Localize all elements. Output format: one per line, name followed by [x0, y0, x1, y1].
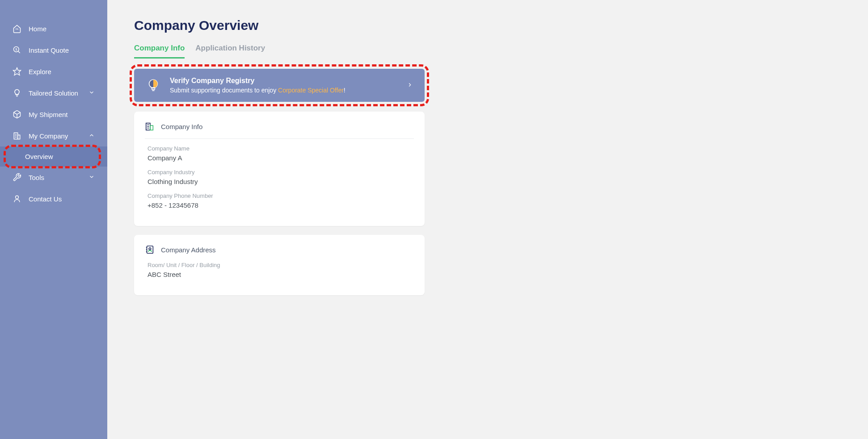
- chevron-down-icon: [88, 174, 95, 181]
- field-value: Clothing Industry: [147, 178, 414, 185]
- lightbulb-icon: [13, 88, 21, 97]
- svg-marker-4: [13, 68, 21, 75]
- star-icon: [13, 67, 21, 76]
- svg-text:FA: FA: [16, 28, 19, 30]
- chevron-down-icon: [88, 89, 95, 97]
- banner-subtitle: Submit supporting documents to enjoy Cor…: [170, 87, 407, 94]
- address-book-icon: [145, 245, 155, 255]
- sidebar-item-label: Tools: [29, 174, 88, 181]
- field-value: +852 - 12345678: [147, 201, 414, 209]
- card-title: Company Info: [161, 123, 202, 130]
- sidebar-item-contact-us[interactable]: Contact Us: [0, 188, 107, 209]
- svg-rect-13: [152, 88, 155, 89]
- page-title: Company Overview: [134, 18, 841, 33]
- sidebar-subitem-overview[interactable]: Overview: [0, 146, 107, 167]
- field-company-phone: Company Phone Number +852 - 12345678: [145, 192, 414, 209]
- card-header: Company Info: [145, 118, 414, 139]
- field-label: Company Industry: [147, 169, 414, 176]
- sidebar-item-label: My Company: [29, 132, 88, 140]
- tabs: Company Info Application History: [134, 41, 841, 59]
- svg-line-2: [18, 51, 20, 53]
- home-icon: FA: [13, 24, 21, 33]
- field-label: Company Name: [147, 145, 414, 152]
- verify-banner[interactable]: Verify Company Registry Submit supportin…: [134, 69, 425, 102]
- banner-subtitle-suffix: !: [344, 87, 346, 94]
- svg-point-21: [149, 248, 151, 250]
- headset-icon: [13, 194, 21, 203]
- chevron-right-icon: [407, 81, 413, 90]
- sidebar-item-tailored-solution[interactable]: Tailored Solution: [0, 82, 107, 104]
- field-value: Company A: [147, 154, 414, 162]
- main-content: Company Overview Company Info Applicatio…: [107, 0, 868, 439]
- company-info-card: Company Info Company Name Company A Comp…: [134, 112, 425, 226]
- box-icon: [13, 110, 21, 119]
- dollar-search-icon: $: [13, 46, 21, 54]
- field-value: ABC Street: [147, 271, 414, 278]
- sidebar-item-my-shipment[interactable]: My Shipment: [0, 104, 107, 125]
- lightbulb-icon: [146, 78, 161, 93]
- sidebar-item-label: Home: [29, 25, 95, 33]
- card-header: Company Address: [145, 241, 414, 262]
- tools-icon: [13, 173, 21, 182]
- sidebar-subitem-label: Overview: [25, 153, 53, 160]
- field-company-industry: Company Industry Clothing Industry: [145, 169, 414, 185]
- svg-text:$: $: [15, 47, 17, 51]
- chevron-up-icon: [88, 132, 95, 140]
- building-icon: [13, 131, 21, 140]
- sidebar: FA Home $ Instant Quote Explore Tai: [0, 0, 107, 439]
- svg-rect-7: [18, 135, 20, 139]
- field-label: Room/ Unit / Floor / Building: [147, 262, 414, 268]
- sidebar-item-home[interactable]: FA Home: [0, 18, 107, 39]
- sidebar-item-instant-quote[interactable]: $ Instant Quote: [0, 39, 107, 61]
- banner-title: Verify Company Registry: [170, 77, 407, 85]
- banner-offer-link[interactable]: Corporate Special Offer: [278, 87, 344, 94]
- svg-point-11: [16, 196, 19, 199]
- sidebar-item-label: Instant Quote: [29, 46, 95, 54]
- building-icon: [145, 121, 155, 131]
- sidebar-item-label: Contact Us: [29, 195, 95, 203]
- sidebar-item-label: My Shipment: [29, 111, 95, 118]
- sidebar-item-explore[interactable]: Explore: [0, 61, 107, 82]
- banner-subtitle-prefix: Submit supporting documents to enjoy: [170, 87, 278, 94]
- svg-rect-16: [150, 125, 153, 130]
- sidebar-item-label: Explore: [29, 68, 95, 75]
- field-company-name: Company Name Company A: [145, 145, 414, 162]
- sidebar-item-tools[interactable]: Tools: [0, 167, 107, 188]
- tab-company-info[interactable]: Company Info: [134, 41, 185, 59]
- sidebar-item-label: Tailored Solution: [29, 89, 88, 97]
- company-address-card: Company Address Room/ Unit / Floor / Bui…: [134, 235, 425, 295]
- field-label: Company Phone Number: [147, 192, 414, 199]
- card-title: Company Address: [161, 246, 216, 254]
- sidebar-item-my-company[interactable]: My Company: [0, 125, 107, 146]
- tab-application-history[interactable]: Application History: [195, 41, 265, 59]
- banner-content: Verify Company Registry Submit supportin…: [170, 77, 407, 94]
- field-address: Room/ Unit / Floor / Building ABC Street: [145, 262, 414, 278]
